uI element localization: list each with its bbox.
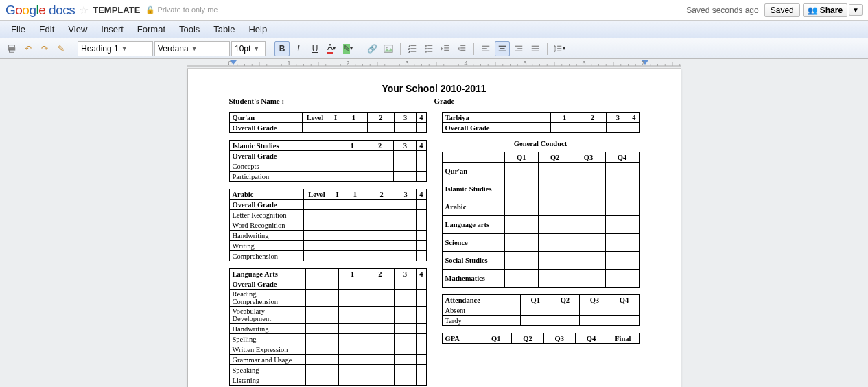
svg-rect-0 (9, 45, 15, 47)
svg-rect-27 (500, 48, 505, 49)
bullet-list-icon[interactable] (421, 41, 436, 56)
app-header: Google docs ☆ TEMPLATE 🔒 Private to only… (0, 0, 868, 21)
svg-rect-15 (427, 48, 432, 49)
redo-icon[interactable]: ↷ (37, 41, 52, 56)
svg-rect-36 (557, 45, 561, 46)
svg-rect-33 (532, 48, 539, 49)
svg-rect-21 (460, 47, 465, 48)
privacy-indicator[interactable]: 🔒 Private to only me (145, 5, 218, 14)
svg-rect-26 (499, 45, 506, 46)
svg-rect-38 (557, 50, 561, 51)
text-color-icon[interactable]: A▾ (324, 41, 339, 56)
google-logo: Google docs (5, 3, 75, 18)
indent-icon[interactable] (454, 41, 469, 56)
paragraph-style-select[interactable]: Heading 1▼ (78, 41, 153, 56)
line-spacing-icon[interactable]: ▾ (552, 41, 567, 56)
image-icon[interactable] (381, 41, 396, 56)
svg-rect-29 (515, 45, 523, 46)
svg-rect-35 (555, 46, 556, 51)
save-status: Saved seconds ago (686, 5, 758, 15)
svg-rect-31 (515, 50, 523, 51)
document-title[interactable]: TEMPLATE (93, 5, 140, 15)
svg-point-4 (386, 46, 388, 48)
highlight-icon[interactable]: ✎▾ (340, 41, 355, 56)
menu-format[interactable]: Format (130, 22, 172, 36)
menu-table[interactable]: Table (207, 22, 242, 36)
svg-rect-17 (444, 45, 449, 45)
svg-rect-20 (460, 45, 465, 45)
menu-view[interactable]: View (61, 22, 94, 36)
align-right-icon[interactable] (511, 41, 526, 56)
svg-rect-30 (517, 48, 522, 49)
paint-format-icon[interactable]: ✎ (54, 41, 69, 56)
share-icon: 👥 (808, 5, 818, 15)
svg-rect-28 (499, 50, 506, 51)
numbered-list-icon[interactable]: 123 (405, 41, 420, 56)
font-size-select[interactable]: 10pt▼ (231, 41, 266, 56)
svg-point-11 (425, 45, 427, 47)
share-dropdown[interactable]: ▼ (849, 4, 863, 16)
font-select[interactable]: Verdana▼ (154, 41, 230, 56)
svg-point-13 (425, 51, 427, 53)
toolbar: ↶ ↷ ✎ Heading 1▼ Verdana▼ 10pt▼ B I U A▾… (0, 38, 868, 59)
menu-bar: File Edit View Insert Format Tools Table… (0, 21, 868, 38)
menu-help[interactable]: Help (242, 22, 274, 36)
link-icon[interactable]: 🔗 (364, 41, 379, 56)
svg-rect-19 (444, 49, 449, 50)
svg-rect-22 (460, 49, 465, 50)
saved-button[interactable]: Saved (764, 3, 800, 17)
svg-rect-14 (427, 45, 432, 45)
svg-rect-18 (444, 47, 449, 48)
svg-rect-23 (482, 45, 490, 46)
outdent-icon[interactable] (438, 41, 453, 56)
svg-rect-37 (557, 48, 561, 49)
star-icon[interactable]: ☆ (79, 3, 89, 16)
underline-icon[interactable]: U (307, 41, 322, 56)
bold-icon[interactable]: B (274, 41, 290, 56)
svg-rect-32 (532, 45, 539, 46)
svg-point-12 (425, 47, 427, 49)
svg-rect-25 (482, 50, 490, 51)
align-left-icon[interactable] (478, 41, 493, 56)
align-justify-icon[interactable] (528, 41, 543, 56)
svg-rect-9 (410, 48, 416, 49)
italic-icon[interactable]: I (291, 41, 306, 56)
align-center-icon[interactable] (495, 41, 510, 56)
svg-rect-10 (410, 51, 416, 51)
menu-file[interactable]: File (4, 22, 32, 36)
svg-rect-34 (532, 50, 539, 51)
menu-edit[interactable]: Edit (32, 22, 61, 36)
svg-rect-24 (482, 48, 487, 49)
svg-rect-8 (410, 45, 416, 45)
menu-insert[interactable]: Insert (94, 22, 130, 36)
svg-text:3: 3 (408, 50, 410, 54)
share-button[interactable]: 👥Share (803, 3, 847, 17)
undo-icon[interactable]: ↶ (21, 41, 36, 56)
svg-rect-16 (427, 51, 432, 51)
menu-tools[interactable]: Tools (172, 22, 207, 36)
print-icon[interactable] (4, 41, 19, 56)
